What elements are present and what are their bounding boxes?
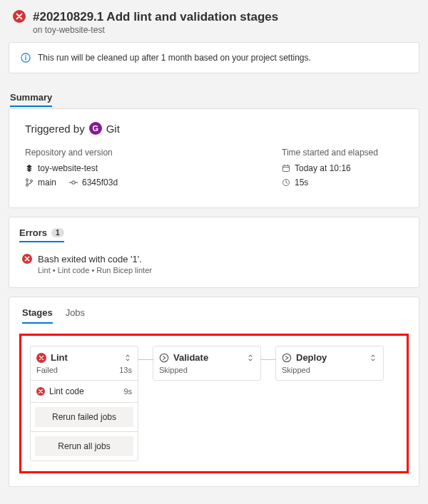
error-message[interactable]: Bash exited with code '1'. [38, 254, 152, 264]
expand-icon[interactable] [246, 354, 255, 362]
info-icon [21, 53, 31, 63]
avatar: G [89, 122, 102, 135]
error-icon [22, 254, 32, 264]
rerun-failed-button[interactable]: Rerun failed jobs [35, 407, 133, 427]
run-header: #20210829.1 Add lint and validation stag… [0, 0, 428, 42]
stage-validate[interactable]: Validate Skipped [153, 346, 261, 381]
expand-icon[interactable] [369, 354, 377, 362]
stage-duration: 13s [119, 366, 132, 374]
failed-icon [36, 387, 45, 396]
job-duration: 9s [123, 387, 132, 396]
calendar-icon [282, 164, 290, 173]
rerun-all-button[interactable]: Rerun all jobs [35, 436, 133, 456]
run-title: #20210829.1 Add lint and validation stag… [33, 10, 415, 24]
commit-link[interactable]: 6345f03d [82, 178, 118, 187]
job-name: Lint code [49, 386, 84, 396]
stage-deploy[interactable]: Deploy Skipped [275, 346, 384, 381]
tab-stages[interactable]: Stages [22, 307, 53, 324]
repo-label: Repository and version [25, 148, 118, 158]
error-breadcrumb: Lint • Lint code • Run Bicep linter [38, 266, 152, 274]
triggered-by: Triggered by G Git [25, 122, 403, 135]
repo-link[interactable]: toy-website-test [25, 163, 118, 173]
stage-status: Skipped [159, 366, 188, 374]
summary-section: Summary Triggered by G Git Repository an… [0, 82, 428, 208]
skipped-icon [159, 353, 169, 363]
triggered-label: Triggered by [25, 123, 85, 135]
failed-icon [13, 10, 26, 23]
svg-point-2 [25, 56, 26, 57]
branch-icon [25, 178, 34, 187]
elapsed-time: 15s [295, 178, 308, 187]
job-row[interactable]: Lint code 9s [31, 380, 138, 402]
svg-point-18 [160, 354, 168, 361]
errors-heading: Errors [19, 227, 47, 238]
svg-point-4 [26, 179, 29, 181]
svg-point-7 [72, 181, 76, 185]
errors-section: Errors 1 Bash exited with code '1'. Lint… [9, 217, 419, 288]
stages-section: Stages Jobs Lint Failed 13s [9, 297, 419, 487]
tab-jobs[interactable]: Jobs [66, 307, 85, 324]
svg-point-5 [26, 184, 29, 186]
stage-title: Lint [51, 352, 119, 363]
retention-banner: This run will be cleaned up after 1 mont… [9, 42, 419, 73]
started-time: Today at 10:16 [295, 163, 351, 173]
failed-icon [36, 353, 46, 363]
run-subtitle: on toy-website-test [33, 25, 415, 35]
retention-text: This run will be cleaned up after 1 mont… [38, 53, 311, 63]
stage-status: Failed [36, 366, 58, 374]
svg-point-6 [31, 180, 33, 182]
branch-link[interactable]: main [38, 178, 56, 187]
repo-icon [25, 164, 34, 173]
stages-graph: Lint Failed 13s Lint code 9s Rerun faile… [19, 334, 409, 473]
time-label: Time started and elapsed [282, 148, 403, 158]
summary-heading: Summary [10, 92, 52, 107]
stage-lint[interactable]: Lint Failed 13s Lint code 9s Rerun faile… [30, 346, 138, 461]
stage-title: Validate [173, 352, 242, 363]
svg-rect-10 [283, 165, 290, 171]
skipped-icon [282, 353, 292, 363]
errors-count: 1 [51, 228, 64, 237]
svg-point-19 [282, 354, 290, 361]
stage-title: Deploy [296, 352, 365, 363]
expand-icon[interactable] [123, 354, 132, 362]
stage-status: Skipped [282, 366, 310, 374]
triggered-name[interactable]: Git [106, 123, 120, 135]
commit-icon [69, 178, 78, 187]
clock-icon [282, 178, 290, 187]
svg-rect-3 [25, 57, 26, 60]
